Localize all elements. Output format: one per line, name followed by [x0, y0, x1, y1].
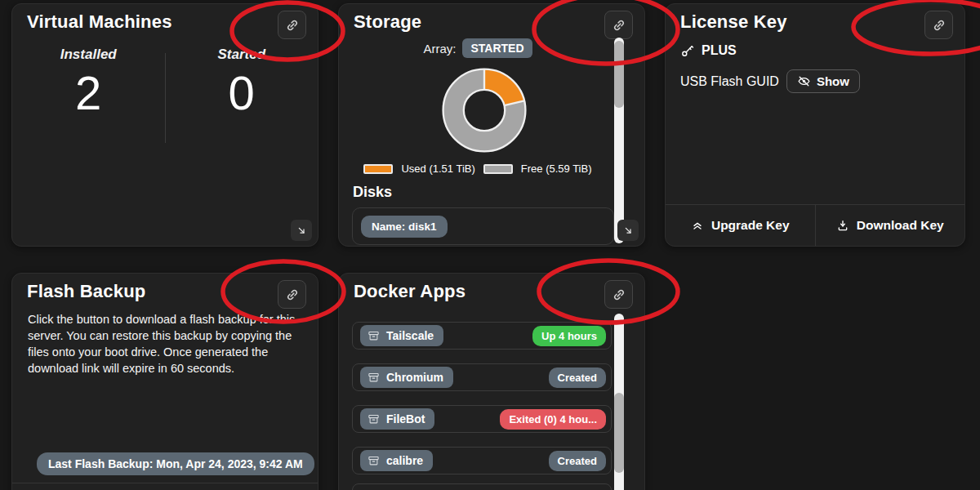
archive-box-icon [368, 413, 380, 425]
download-key-button[interactable]: Download Key [815, 205, 965, 246]
vm-started-value: 0 [166, 69, 318, 117]
disks-heading: Disks [353, 184, 392, 201]
storage-donut-chart [439, 65, 530, 156]
card-virtual-machines: Virtual Machines Installed 2 Started 0 [11, 3, 318, 247]
card-title-flash-backup: Flash Backup [27, 281, 145, 302]
donut-inner-ring [464, 90, 505, 131]
link-icon [612, 287, 626, 302]
disk-name-badge[interactable]: Name: disk1 [361, 216, 448, 238]
storage-scrollbar-thumb[interactable] [614, 41, 624, 108]
resize-arrow-icon [296, 225, 308, 237]
dashboard: Virtual Machines Installed 2 Started 0 S… [0, 0, 980, 490]
upgrade-key-label: Upgrade Key [711, 218, 790, 233]
guid-label: USB Flash GUID [680, 74, 779, 89]
card-title-docker-apps: Docker Apps [354, 281, 466, 302]
show-guid-button[interactable]: Show [786, 69, 860, 93]
docker-row-filebot[interactable]: FileBot Exited (0) 4 hou... [352, 405, 612, 433]
download-icon [836, 219, 849, 232]
docker-status-badge: Created [549, 368, 606, 388]
license-tier-label: PLUS [702, 43, 737, 58]
docker-scrollbar-thumb[interactable] [614, 393, 624, 473]
key-icon [680, 44, 694, 58]
legend-used-swatch [363, 164, 393, 174]
card-docker-apps: Docker Apps Tailscale Up 4 hours [338, 273, 645, 490]
link-button-license-key[interactable] [924, 11, 953, 39]
vm-stats: Installed 2 Started 0 [12, 47, 318, 143]
docker-app-name: calibre [386, 454, 423, 467]
disks-list: Name: disk1 [352, 207, 614, 245]
array-status-badge: STARTED [462, 38, 532, 58]
card-title-storage: Storage [354, 11, 421, 33]
link-button-flash-backup[interactable] [278, 280, 306, 309]
vm-started-label: Started [166, 47, 318, 63]
docker-app-name: Tailscale [386, 329, 434, 342]
docker-scrollbar[interactable] [614, 314, 624, 490]
link-button-virtual-machines[interactable] [278, 11, 306, 39]
storage-scrollbar[interactable] [614, 38, 624, 243]
link-icon [285, 18, 300, 33]
angles-up-icon [691, 219, 704, 232]
legend-free-swatch [483, 164, 513, 174]
show-guid-label: Show [817, 74, 849, 88]
flash-backup-description: Click the button to download a flash bac… [28, 311, 301, 376]
docker-app-badge[interactable]: Chromium [360, 367, 453, 388]
upgrade-key-button[interactable]: Upgrade Key [666, 205, 815, 246]
card-title-license-key: License Key [680, 11, 787, 33]
download-key-label: Download Key [857, 218, 944, 233]
vm-installed-cell: Installed 2 [12, 47, 165, 143]
resize-handle[interactable] [291, 220, 312, 241]
docker-app-name: FileBot [386, 412, 425, 425]
card-license-key: License Key PLUS USB Flash GUID S [665, 3, 965, 247]
license-guid-row: USB Flash GUID Show [680, 69, 860, 93]
link-icon [932, 18, 947, 33]
vm-installed-value: 2 [12, 69, 165, 117]
archive-box-icon [368, 372, 380, 384]
flash-footer-divider [12, 483, 318, 483]
storage-legend: Used (1.51 TiB) Free (5.59 TiB) [339, 163, 617, 175]
vm-installed-label: Installed [12, 47, 165, 63]
legend-used-label: Used (1.51 TiB) [401, 163, 474, 175]
docker-status-badge: Up 4 hours [532, 326, 606, 346]
eye-slash-icon [797, 74, 811, 88]
array-label: Array: [423, 42, 456, 56]
docker-app-name: Chromium [386, 371, 443, 384]
docker-status-badge: Created [549, 451, 606, 471]
archive-box-icon [368, 330, 380, 342]
link-icon [285, 287, 300, 302]
card-flash-backup: Flash Backup Click the button to downloa… [11, 273, 318, 490]
docker-row-tailscale[interactable]: Tailscale Up 4 hours [352, 322, 612, 350]
docker-row-chromium[interactable]: Chromium Created [352, 363, 612, 391]
docker-status-badge: Exited (0) 4 hou... [500, 409, 606, 430]
link-button-docker-apps[interactable] [604, 280, 633, 309]
link-button-storage[interactable] [604, 11, 633, 39]
docker-app-badge[interactable]: FileBot [360, 408, 434, 430]
docker-app-badge[interactable]: calibre [360, 450, 433, 471]
card-title-virtual-machines: Virtual Machines [27, 11, 172, 33]
docker-row-calibre[interactable]: calibre Created [352, 447, 612, 474]
resize-handle[interactable] [617, 220, 639, 241]
legend-free-label: Free (5.59 TiB) [521, 163, 592, 175]
docker-row-partial[interactable] [352, 483, 612, 490]
resize-arrow-icon [622, 225, 635, 237]
last-flash-backup-badge: Last Flash Backup: Mon, Apr 24, 2023, 9:… [37, 452, 314, 475]
vm-started-cell: Started 0 [166, 47, 318, 143]
license-tier-row: PLUS [680, 43, 737, 58]
array-status-row: Array: STARTED [339, 38, 617, 58]
docker-app-badge[interactable]: Tailscale [360, 325, 443, 346]
link-icon [612, 18, 626, 33]
archive-box-icon [368, 455, 380, 467]
license-footer: Upgrade Key Download Key [666, 204, 964, 246]
card-storage: Storage Array: STARTED Used (1. [338, 3, 645, 247]
